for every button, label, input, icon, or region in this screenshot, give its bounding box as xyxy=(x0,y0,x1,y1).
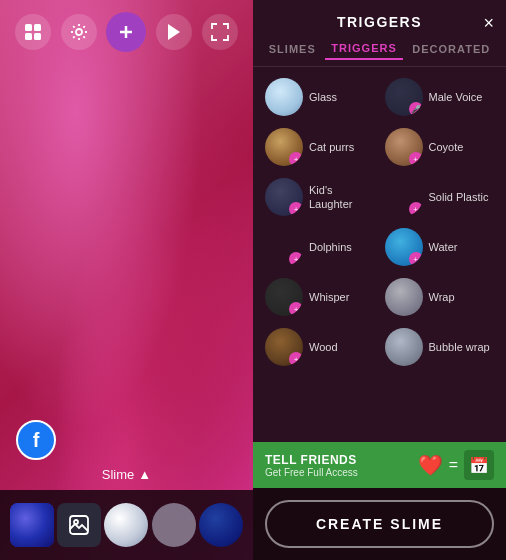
trigger-wrap[interactable]: Wrap xyxy=(381,273,499,321)
trigger-name-dolphins: Dolphins xyxy=(309,240,352,254)
right-header: TRIGGERS × xyxy=(253,0,506,38)
trigger-name-cat: Cat purrs xyxy=(309,140,354,154)
tab-decorated[interactable]: DECORATED xyxy=(406,39,496,59)
trigger-wood[interactable]: + Wood xyxy=(261,323,379,371)
tell-friends-title: TELL FRIENDS xyxy=(265,453,358,467)
badge-solid: + xyxy=(409,202,423,216)
trigger-name-coyote: Coyote xyxy=(429,140,464,154)
gallery-button[interactable] xyxy=(57,503,101,547)
trigger-name-water: Water xyxy=(429,240,458,254)
right-panel: TRIGGERS × SLIMES TRIGGERS DECORATED Gla… xyxy=(253,0,506,560)
trigger-thumb-voice: 🎤 xyxy=(385,78,423,116)
trigger-thumb-dolphins: + xyxy=(265,228,303,266)
trigger-male-voice[interactable]: 🎤 Male Voice xyxy=(381,73,499,121)
svg-rect-2 xyxy=(25,33,32,40)
left-panel: f Slime ▲ xyxy=(0,0,253,560)
svg-rect-0 xyxy=(25,24,32,31)
tell-friends-banner[interactable]: TELL FRIENDS Get Free Full Access ❤️ = 📅 xyxy=(253,442,506,488)
trigger-thumb-solid: + xyxy=(385,178,423,216)
tab-slimes[interactable]: SLIMES xyxy=(263,39,322,59)
badge-wood: + xyxy=(289,352,303,366)
add-button[interactable] xyxy=(106,12,146,52)
trigger-cat[interactable]: + Cat purrs xyxy=(261,123,379,171)
trigger-name-wood: Wood xyxy=(309,340,338,354)
create-slime-section: CREATE SLIME xyxy=(253,488,506,560)
trigger-glass[interactable]: Glass xyxy=(261,73,379,121)
slime-label[interactable]: Slime ▲ xyxy=(102,467,151,482)
trigger-coyote[interactable]: + Coyote xyxy=(381,123,499,171)
close-button[interactable]: × xyxy=(483,14,494,32)
trigger-whisper[interactable]: + Whisper xyxy=(261,273,379,321)
trigger-water[interactable]: + Water xyxy=(381,223,499,271)
trigger-thumb-wood: + xyxy=(265,328,303,366)
badge-cat: + xyxy=(289,152,303,166)
panel-title: TRIGGERS xyxy=(337,14,422,30)
triggers-grid: Glass 🎤 Male Voice + Cat purrs + Coyote xyxy=(261,73,498,371)
settings-button[interactable] xyxy=(61,14,97,50)
recent-media-button[interactable] xyxy=(10,503,54,547)
trigger-name-voice: Male Voice xyxy=(429,90,483,104)
equals-icon: = xyxy=(449,456,458,474)
trigger-thumb-kids: + xyxy=(265,178,303,216)
trigger-thumb-cat: + xyxy=(265,128,303,166)
svg-point-4 xyxy=(76,29,82,35)
svg-marker-7 xyxy=(168,24,180,40)
trigger-name-solid: Solid Plastic xyxy=(429,190,489,204)
bottom-toolbar xyxy=(0,490,253,560)
tell-friends-text: TELL FRIENDS Get Free Full Access xyxy=(265,453,358,478)
trigger-thumb-wrap xyxy=(385,278,423,316)
facebook-button[interactable]: f xyxy=(16,420,56,460)
trigger-solid[interactable]: + Solid Plastic xyxy=(381,173,499,221)
badge-voice: 🎤 xyxy=(409,102,423,116)
trigger-thumb-glass xyxy=(265,78,303,116)
dark-slime-option[interactable] xyxy=(199,503,243,547)
create-slime-button[interactable]: CREATE SLIME xyxy=(265,500,494,548)
trigger-thumb-whisper: + xyxy=(265,278,303,316)
tabs-row: SLIMES TRIGGERS DECORATED xyxy=(253,38,506,67)
gray-slime-option[interactable] xyxy=(152,503,196,547)
chevron-up-icon: ▲ xyxy=(138,467,151,482)
top-toolbar xyxy=(0,12,253,52)
trigger-name-glass: Glass xyxy=(309,90,337,104)
expand-button[interactable] xyxy=(202,14,238,50)
svg-rect-1 xyxy=(34,24,41,31)
trigger-name-whisper: Whisper xyxy=(309,290,349,304)
trigger-kids[interactable]: + Kid's Laughter xyxy=(261,173,379,221)
trigger-thumb-bubble xyxy=(385,328,423,366)
tell-friends-icons: ❤️ = 📅 xyxy=(418,450,494,480)
badge-coyote: + xyxy=(409,152,423,166)
grid-button[interactable] xyxy=(15,14,51,50)
tab-triggers[interactable]: TRIGGERS xyxy=(325,38,402,60)
trigger-name-bubble: Bubble wrap xyxy=(429,340,490,354)
badge-kids: + xyxy=(289,202,303,216)
badge-whisper: + xyxy=(289,302,303,316)
calendar-icon: 📅 xyxy=(464,450,494,480)
trigger-name-kids: Kid's Laughter xyxy=(309,183,375,212)
play-button[interactable] xyxy=(156,14,192,50)
slime-label-text: Slime xyxy=(102,467,135,482)
trigger-bubble[interactable]: Bubble wrap xyxy=(381,323,499,371)
trigger-thumb-water: + xyxy=(385,228,423,266)
svg-rect-8 xyxy=(70,516,88,534)
badge-dolphins: + xyxy=(289,252,303,266)
media-thumb xyxy=(10,503,54,547)
white-slime-option[interactable] xyxy=(104,503,148,547)
tell-friends-subtitle: Get Free Full Access xyxy=(265,467,358,478)
facebook-icon: f xyxy=(33,429,40,452)
trigger-thumb-coyote: + xyxy=(385,128,423,166)
svg-rect-3 xyxy=(34,33,41,40)
trigger-name-wrap: Wrap xyxy=(429,290,455,304)
badge-water: + xyxy=(409,252,423,266)
trigger-dolphins[interactable]: + Dolphins xyxy=(261,223,379,271)
triggers-list: Glass 🎤 Male Voice + Cat purrs + Coyote xyxy=(253,67,506,442)
heart-icon: ❤️ xyxy=(418,453,443,477)
